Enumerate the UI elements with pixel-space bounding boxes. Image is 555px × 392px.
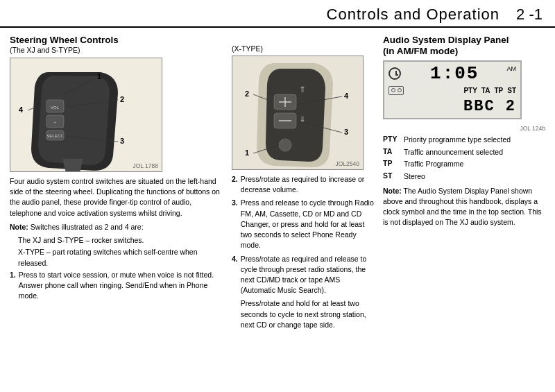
page-number: 2 -1 <box>516 6 543 24</box>
item-extra-text: Press/rotate and hold for at least two s… <box>241 298 376 330</box>
list-item-4: 4. Press/rotate as required and release … <box>232 254 376 296</box>
def-key-pty: PTY <box>383 135 404 143</box>
right-section-title2: (in AM/FM mode) <box>383 46 545 56</box>
def-val-tp: Traffic Programme <box>404 159 463 169</box>
right-column: Audio System Display Panel (in AM/FM mod… <box>383 35 545 333</box>
left-section-title: Steering Wheel Controls <box>10 35 225 45</box>
item-extra-num <box>232 298 238 330</box>
item2-num: 2. <box>232 174 238 195</box>
tp-display: TP <box>494 87 503 94</box>
list-item-1: 1. Press to start voice session, or mute… <box>10 270 225 302</box>
left-section-subtitle: (The XJ and S-TYPE) <box>10 46 225 54</box>
numbered-list-mid: 2. Press/rotate as required to increase … <box>232 174 376 330</box>
svg-text:2: 2 <box>245 90 249 98</box>
main-content: Steering Wheel Controls (The XJ and S-TY… <box>0 28 555 339</box>
svg-text:3: 3 <box>344 128 348 136</box>
svg-text:+: + <box>53 120 56 124</box>
indent1: The XJ and S-TYPE – rocker switches. <box>18 235 225 246</box>
left-note: Note: Switches illustrated as 2 and 4 ar… <box>10 222 225 232</box>
def-row-st: ST Stereo <box>383 171 545 182</box>
svg-text:⇑: ⇑ <box>299 85 306 94</box>
definitions-table: PTY Priority programme type selected TA … <box>383 135 545 182</box>
def-val-pty: Priority programme type selected <box>404 135 511 145</box>
pty-display: PTY <box>463 87 477 94</box>
def-row-pty: PTY Priority programme type selected <box>383 135 545 145</box>
right-note: Note: The Audio System Display Panel sho… <box>383 186 545 228</box>
mid-spacer <box>232 35 376 44</box>
svg-text:VOL: VOL <box>51 105 60 110</box>
xtype-label: (X-TYPE) <box>232 44 376 53</box>
display-row1: 1:05 AM <box>388 65 516 83</box>
svg-text:1: 1 <box>245 148 249 157</box>
svg-text:SELECT: SELECT <box>46 134 63 138</box>
cassette-circle-right <box>398 88 402 92</box>
left-jol-label: JOL 1788 <box>133 162 158 169</box>
st-display: ST <box>507 87 516 94</box>
svg-text:4: 4 <box>19 105 24 114</box>
svg-point-23 <box>279 139 291 151</box>
list-item-3: 3. Press and release to cycle through Ra… <box>232 198 376 250</box>
def-key-st: ST <box>383 171 404 180</box>
clock-icon <box>388 67 401 80</box>
def-row-ta: TA Traffic announcement selected <box>383 147 545 157</box>
audio-display-panel: 1:05 AM PTY TA TP ST BBC 2 <box>383 60 522 119</box>
xtype-svg: ⇑ ⇓ 2 4 3 1 <box>232 56 364 170</box>
display-row3: BBC 2 <box>388 98 516 115</box>
middle-column: (X-TYPE) ⇑ ⇓ <box>232 35 376 333</box>
item3-num: 3. <box>232 198 238 250</box>
item3-text: Press and release to cycle through Radio… <box>241 198 376 250</box>
def-row-tp: TP Traffic Programme <box>383 159 545 169</box>
item4-text: Press/rotate as required and release to … <box>241 254 376 296</box>
note-bold-label: Note: <box>10 223 28 231</box>
item1-text: Press to start voice session, or mute wh… <box>19 270 225 302</box>
cassette-icon <box>388 86 404 95</box>
steering-wheel-svg: VOL + SELECT 1 2 3 4 <box>10 58 162 172</box>
right-note-text: The Audio System Display Panel shown abo… <box>383 187 542 227</box>
left-column: Steering Wheel Controls (The XJ and S-TY… <box>10 35 225 333</box>
mid-jol-label: JOL2540 <box>336 160 360 167</box>
pty-ta-tp-st-labels: PTY TA TP ST <box>463 87 516 94</box>
am-label: AM <box>507 65 517 72</box>
channel-display: BBC 2 <box>463 98 516 115</box>
svg-text:3: 3 <box>120 137 124 145</box>
time-display: 1:05 <box>404 65 506 83</box>
item1-num: 1. <box>10 270 16 302</box>
def-key-ta: TA <box>383 147 404 155</box>
left-body-text: Four audio system control switches are s… <box>10 176 225 219</box>
note-text-content: Switches illustrated as 2 and 4 are: <box>31 223 144 231</box>
numbered-list: 1. Press to start voice session, or mute… <box>10 270 225 302</box>
right-note-label: Note: <box>383 187 402 195</box>
indent2: X-TYPE – part rotating switches which se… <box>18 247 225 268</box>
item4-num: 4. <box>232 254 238 296</box>
right-section-title: Audio System Display Panel <box>383 35 545 45</box>
svg-text:4: 4 <box>344 92 349 100</box>
steering-wheel-diagram: VOL + SELECT 1 2 3 4 JOL 1788 <box>10 58 162 172</box>
def-val-ta: Traffic announcement selected <box>404 147 503 157</box>
svg-text:1: 1 <box>97 72 101 80</box>
def-val-st: Stereo <box>404 171 425 182</box>
display-row2: PTY TA TP ST <box>388 86 516 95</box>
right-jol-label: JOL 124b <box>383 125 545 132</box>
ta-display: TA <box>481 87 490 94</box>
cassette-circle-left <box>391 88 395 92</box>
xtype-diagram: ⇑ ⇓ 2 4 3 1 JOL2540 <box>232 56 364 170</box>
page-header: Controls and Operation 2 -1 <box>0 0 555 28</box>
def-key-tp: TP <box>383 159 404 167</box>
page-title: Controls and Operation <box>327 6 500 24</box>
svg-text:2: 2 <box>120 95 124 103</box>
list-item-extra: Press/rotate and hold for at least two s… <box>232 298 376 330</box>
list-item-2: 2. Press/rotate as required to increase … <box>232 174 376 195</box>
item2-text: Press/rotate as required to increase or … <box>241 174 376 195</box>
